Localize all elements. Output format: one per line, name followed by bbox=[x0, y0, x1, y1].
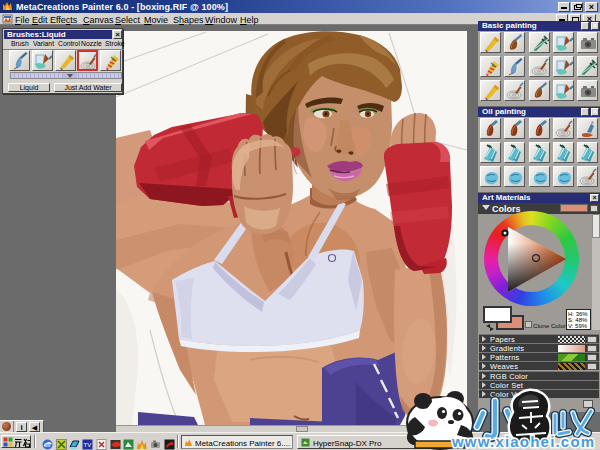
svg-text:TV: TV bbox=[84, 442, 92, 448]
svg-text:www.xiaohei.com: www.xiaohei.com bbox=[451, 433, 595, 450]
